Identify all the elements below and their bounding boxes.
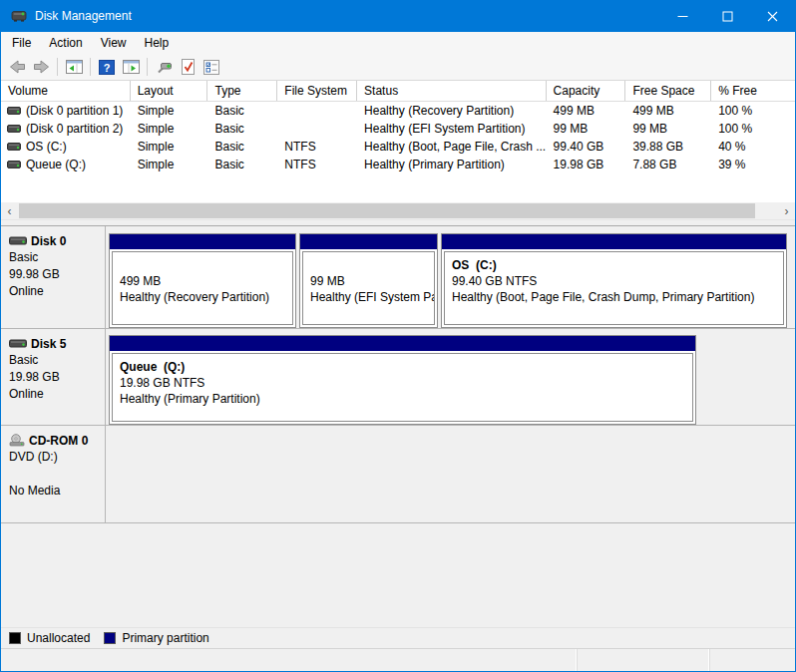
- partition-os-c[interactable]: OS (C:) 99.40 GB NTFS Healthy (Boot, Pag…: [441, 233, 787, 328]
- cdrom0-label-panel[interactable]: CD-ROM 0 DVD (D:) No Media: [1, 426, 106, 522]
- table-row[interactable]: (Disk 0 partition 1) Simple Basic Health…: [1, 102, 795, 120]
- checklist-icon[interactable]: [199, 56, 223, 78]
- console-tree-icon[interactable]: [62, 56, 86, 78]
- volume-cell: (Disk 0 partition 1): [1, 102, 131, 120]
- free-space-cell: 99 MB: [625, 120, 711, 138]
- partition-status: Healthy (Primary Partition): [120, 391, 692, 407]
- partition-status: Healthy (Boot, Page File, Crash Dump, Pr…: [452, 289, 783, 305]
- partition-title: [310, 257, 434, 273]
- menu-view[interactable]: View: [92, 32, 136, 54]
- window-title: Disk Management: [35, 9, 660, 23]
- disk-drive-icon: [11, 8, 27, 24]
- horizontal-scrollbar[interactable]: ‹ ›: [1, 202, 795, 219]
- toolbar: ?: [1, 54, 795, 81]
- layout-cell: Simple: [131, 156, 208, 173]
- pane-splitter[interactable]: [1, 219, 795, 226]
- volume-icon: [7, 160, 21, 169]
- action-pane-icon[interactable]: [119, 56, 143, 78]
- legend-bar: Unallocated Primary partition: [1, 627, 795, 648]
- scrollbar-track[interactable]: [18, 202, 778, 219]
- capacity-cell: 99 MB: [547, 120, 626, 138]
- help-icon[interactable]: ?: [95, 56, 119, 78]
- capacity-cell: 99.40 GB: [547, 138, 626, 156]
- disk-kind-label: Basic: [9, 249, 101, 266]
- partition-color-bar: [442, 234, 786, 249]
- disk-state-label: No Media: [9, 483, 101, 500]
- menu-help[interactable]: Help: [136, 32, 179, 54]
- status-segment: [578, 649, 710, 671]
- toolbar-separator: [57, 58, 58, 76]
- partition-status: Healthy (EFI System Partition): [310, 289, 434, 305]
- document-check-icon[interactable]: [176, 56, 199, 78]
- column-header-layout[interactable]: Layout: [131, 81, 208, 101]
- svg-text:?: ?: [104, 61, 111, 73]
- disk-size-label: [9, 466, 101, 483]
- minimize-button[interactable]: [660, 0, 705, 32]
- scrollbar-thumb[interactable]: [19, 203, 755, 218]
- volume-icon: [7, 106, 21, 116]
- partition-color-bar: [300, 234, 437, 249]
- pct-free-cell: 100 %: [711, 102, 795, 120]
- partition-queue-q[interactable]: Queue (Q:) 19.98 GB NTFS Healthy (Primar…: [109, 335, 696, 425]
- back-icon[interactable]: [5, 56, 29, 78]
- file-system-cell: NTFS: [277, 156, 357, 173]
- disk5-label-panel[interactable]: Disk 5 Basic 19.98 GB Online: [1, 329, 106, 425]
- partition-title: [120, 257, 292, 273]
- disk-kind-label: DVD (D:): [9, 449, 101, 466]
- graphical-view-empty-space: [1, 523, 795, 627]
- type-cell: Basic: [207, 138, 277, 156]
- disk-state-label: Online: [9, 283, 101, 300]
- volume-cell: (Disk 0 partition 2): [1, 120, 131, 138]
- column-header-status[interactable]: Status: [357, 81, 547, 101]
- menu-file[interactable]: File: [3, 32, 40, 54]
- partition-color-bar: [110, 234, 295, 249]
- type-cell: Basic: [207, 120, 277, 138]
- partition-size: 99.40 GB NTFS: [452, 273, 783, 289]
- column-header-file-system[interactable]: File System: [277, 81, 357, 101]
- layout-cell: Simple: [131, 138, 208, 156]
- column-header-free-space[interactable]: Free Space: [625, 81, 711, 101]
- partition-efi[interactable]: 99 MB Healthy (EFI System Partition): [299, 233, 438, 328]
- status-cell: Healthy (Recovery Partition): [357, 102, 547, 120]
- table-row[interactable]: Queue (Q:) Simple Basic NTFS Healthy (Pr…: [1, 156, 795, 173]
- volume-cell: OS (C:): [1, 138, 131, 156]
- legend-label-primary-partition: Primary partition: [122, 631, 208, 645]
- status-cell: Healthy (EFI System Partition): [357, 120, 547, 138]
- disk-icon: [9, 235, 27, 246]
- status-segment: [1, 649, 578, 671]
- disk-management-window: Disk Management File Action View Help: [0, 0, 796, 672]
- free-space-cell: 499 MB: [625, 102, 711, 120]
- scroll-right-icon[interactable]: ›: [778, 202, 795, 219]
- column-header-type[interactable]: Type: [207, 81, 277, 101]
- status-bar: [1, 648, 795, 671]
- table-row[interactable]: (Disk 0 partition 2) Simple Basic Health…: [1, 120, 795, 138]
- partition-title: OS (C:): [452, 257, 783, 273]
- primary-partition-swatch: [104, 632, 116, 644]
- forward-icon[interactable]: [29, 56, 53, 78]
- layout-cell: Simple: [131, 120, 208, 138]
- column-header-volume[interactable]: Volume: [1, 81, 131, 101]
- partition-color-bar: [110, 336, 695, 351]
- partition-recovery[interactable]: 499 MB Healthy (Recovery Partition): [109, 233, 296, 328]
- cdrom0-empty-area: [106, 426, 795, 522]
- table-row[interactable]: OS (C:) Simple Basic NTFS Healthy (Boot,…: [1, 138, 795, 156]
- refresh-tool-icon[interactable]: [152, 56, 176, 78]
- status-cell: Healthy (Boot, Page File, Crash ...: [357, 138, 547, 156]
- disk-name-label: Disk 5: [31, 337, 66, 351]
- column-header-pct-free[interactable]: % Free: [711, 81, 795, 101]
- column-header-capacity[interactable]: Capacity: [547, 81, 626, 101]
- table-empty-space: [1, 173, 795, 202]
- disk-row-cdrom0: CD-ROM 0 DVD (D:) No Media: [1, 426, 795, 523]
- disk0-label-panel[interactable]: Disk 0 Basic 99.98 GB Online: [1, 226, 106, 328]
- close-button[interactable]: [750, 0, 795, 32]
- disk-row-disk5: Disk 5 Basic 19.98 GB Online Queue (Q:) …: [1, 329, 795, 426]
- status-segment: [710, 649, 795, 671]
- scroll-left-icon[interactable]: ‹: [1, 202, 18, 219]
- maximize-button[interactable]: [705, 0, 750, 32]
- graphical-view: Disk 0 Basic 99.98 GB Online 499 MB Heal…: [1, 226, 795, 627]
- type-cell: Basic: [207, 156, 277, 173]
- menu-action[interactable]: Action: [40, 32, 91, 54]
- disk-name-label: Disk 0: [31, 234, 66, 248]
- file-system-cell: NTFS: [277, 138, 357, 156]
- volume-list: Volume Layout Type File System Status Ca…: [1, 81, 795, 219]
